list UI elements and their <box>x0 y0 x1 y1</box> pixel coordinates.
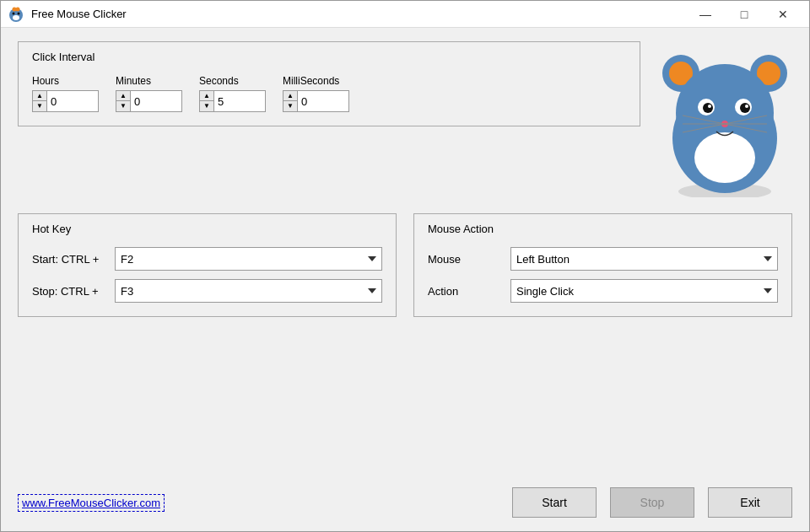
app-icon <box>8 6 24 23</box>
hours-spinner-col: Hours ▲ ▼ <box>32 75 99 112</box>
start-hotkey-row: Start: CTRL + F2 F3 F4 F5 <box>32 247 382 271</box>
milliseconds-spinner: ▲ ▼ <box>283 90 349 112</box>
minutes-spinner: ▲ ▼ <box>116 90 182 112</box>
click-interval-legend: Click Interval <box>32 51 626 63</box>
stop-hotkey-label: Stop: CTRL + <box>32 285 108 298</box>
milliseconds-label: MilliSeconds <box>283 75 339 87</box>
seconds-label: Seconds <box>199 75 239 87</box>
window-controls: — □ ✕ <box>686 1 802 28</box>
action-label: Action <box>428 285 504 298</box>
exit-button[interactable]: Exit <box>708 487 792 518</box>
hours-input[interactable] <box>47 91 98 111</box>
hours-spinner: ▲ ▼ <box>32 90 99 112</box>
content-area: Click Interval Hours ▲ ▼ <box>1 28 809 531</box>
milliseconds-spinner-col: MilliSeconds ▲ ▼ <box>283 75 349 112</box>
website-link[interactable]: www.FreeMouseClicker.com <box>18 494 165 512</box>
hours-arrows: ▲ ▼ <box>33 91 47 111</box>
seconds-up-arrow[interactable]: ▲ <box>200 91 213 101</box>
minimize-button[interactable]: — <box>686 1 725 28</box>
mouse-select[interactable]: Left Button Right Button Middle Button <box>510 247 778 271</box>
minutes-input[interactable] <box>131 91 181 111</box>
middle-section: Hot Key Start: CTRL + F2 F3 F4 F5 Stop: … <box>18 213 792 317</box>
seconds-arrows: ▲ ▼ <box>200 91 214 111</box>
minutes-arrows: ▲ ▼ <box>116 91 131 111</box>
hotkey-group: Hot Key Start: CTRL + F2 F3 F4 F5 Stop: … <box>18 213 397 317</box>
svg-point-2 <box>18 12 20 14</box>
title-bar: Free Mouse Clicker — □ ✕ <box>1 1 809 28</box>
milliseconds-input[interactable] <box>298 91 348 111</box>
seconds-input[interactable] <box>214 91 265 111</box>
action-select[interactable]: Single Click Double Click <box>510 279 778 303</box>
click-interval-group: Click Interval Hours ▲ ▼ <box>18 41 640 126</box>
milliseconds-down-arrow[interactable]: ▼ <box>284 101 297 111</box>
svg-point-19 <box>745 105 748 108</box>
start-button[interactable]: Start <box>512 487 597 518</box>
seconds-spinner: ▲ ▼ <box>199 90 266 112</box>
minutes-down-arrow[interactable]: ▼ <box>116 101 130 111</box>
stop-button[interactable]: Stop <box>610 487 694 518</box>
start-hotkey-select[interactable]: F2 F3 F4 F5 <box>115 247 382 271</box>
minutes-up-arrow[interactable]: ▲ <box>116 91 130 101</box>
minutes-spinner-col: Minutes ▲ ▼ <box>116 75 182 112</box>
svg-point-13 <box>694 132 755 183</box>
mouse-row: Mouse Left Button Right Button Middle Bu… <box>428 247 778 271</box>
svg-point-5 <box>16 7 20 11</box>
mouse-action-group: Mouse Action Mouse Left Button Right But… <box>413 213 792 317</box>
main-window: Free Mouse Clicker — □ ✕ Click Interval … <box>0 0 810 532</box>
top-section: Click Interval Hours ▲ ▼ <box>18 41 792 202</box>
hours-down-arrow[interactable]: ▼ <box>33 101 46 111</box>
spinners-row: Hours ▲ ▼ Minutes <box>32 75 626 112</box>
svg-point-17 <box>740 103 750 113</box>
bottom-section: www.FreeMouseClicker.com Start Stop Exit <box>18 487 792 518</box>
action-row: Action Single Click Double Click <box>428 279 778 303</box>
stop-hotkey-row: Stop: CTRL + F3 F2 F4 F5 <box>32 279 382 303</box>
start-hotkey-label: Start: CTRL + <box>32 253 108 266</box>
hotkey-legend: Hot Key <box>32 223 382 235</box>
window-title: Free Mouse Clicker <box>31 8 686 20</box>
svg-point-18 <box>708 105 711 108</box>
svg-point-1 <box>13 12 15 14</box>
mouse-illustration <box>657 41 792 202</box>
maximize-button[interactable]: □ <box>725 1 764 28</box>
mouse-action-legend: Mouse Action <box>428 223 778 235</box>
mouse-svg <box>657 41 792 197</box>
minutes-label: Minutes <box>116 75 151 87</box>
milliseconds-arrows: ▲ ▼ <box>284 91 298 111</box>
seconds-spinner-col: Seconds ▲ ▼ <box>199 75 266 112</box>
milliseconds-up-arrow[interactable]: ▲ <box>284 91 297 101</box>
close-button[interactable]: ✕ <box>764 1 802 28</box>
svg-point-16 <box>703 103 713 113</box>
hours-label: Hours <box>32 75 59 87</box>
stop-hotkey-select[interactable]: F3 F2 F4 F5 <box>115 279 382 303</box>
svg-point-3 <box>13 15 19 20</box>
mouse-label: Mouse <box>428 253 504 266</box>
hours-up-arrow[interactable]: ▲ <box>33 91 46 101</box>
seconds-down-arrow[interactable]: ▼ <box>200 101 213 111</box>
